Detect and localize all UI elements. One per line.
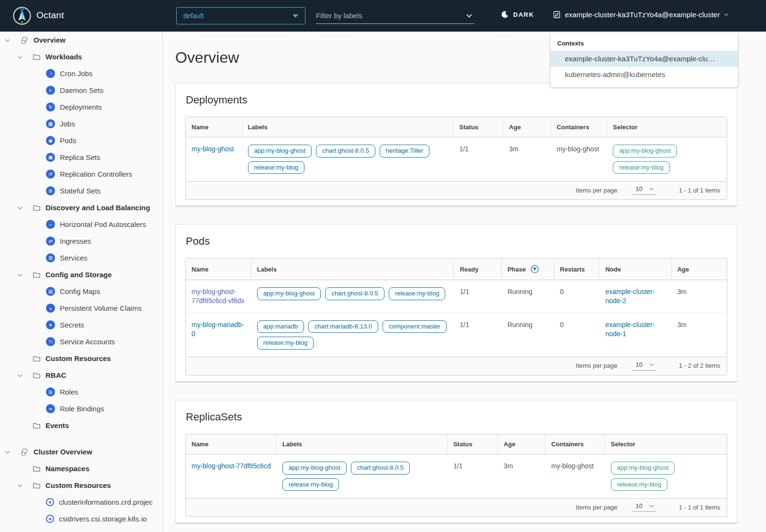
sidebar-item-label: Replica Sets: [60, 153, 100, 161]
namespace-select[interactable]: default: [176, 7, 305, 24]
column-header-label: Phase: [507, 266, 526, 273]
column-header-restarts: Restarts: [554, 259, 600, 280]
expander-chevron-icon[interactable]: [6, 451, 20, 453]
label-badge: release:my-blog: [282, 478, 339, 491]
expander-chevron-icon[interactable]: [18, 274, 33, 276]
sidebar-item-ingresses[interactable]: ⇄Ingresses: [0, 233, 162, 249]
sidebar-item-label: Secrets: [60, 321, 84, 329]
expander-chevron-icon[interactable]: [18, 207, 33, 209]
sidebar-item-label: Roles: [60, 388, 78, 396]
dark-mode-toggle[interactable]: DARK: [501, 11, 534, 19]
chevron-down-icon: [650, 362, 653, 366]
context-switcher[interactable]: example-cluster-ka3TuTzYo4a@example-clus…: [553, 11, 728, 19]
expander-chevron-icon[interactable]: [18, 56, 33, 58]
label-badge: release:my-blog: [257, 337, 314, 350]
sidebar-item-clusterinformations-crd-projec[interactable]: ∗clusterinformations.crd.projec: [0, 494, 162, 510]
table-cell: my-blog-ghost: [551, 137, 608, 181]
sidebar-item-cluster-overview[interactable]: Cluster Overview: [0, 443, 162, 460]
sidebar-item-config-maps[interactable]: ▤Config Maps: [0, 283, 162, 300]
sidebar-item-discovery-and-load-balancing[interactable]: Discovery and Load Balancing: [0, 199, 162, 216]
page-size-select[interactable]: 10: [632, 185, 656, 195]
label-badge: app:my-blog-ghost: [248, 145, 312, 158]
sidebar-item-workloads[interactable]: Workloads: [0, 48, 162, 65]
sidebar-item-role-bindings[interactable]: ∞Role Bindings: [0, 400, 162, 417]
objects-icon: [20, 448, 29, 456]
sidebar-item-label: Events: [45, 421, 69, 430]
k8s-resource-icon: ◎: [46, 387, 55, 396]
chevron-down-icon[interactable]: [466, 12, 472, 17]
sidebar-item-pods[interactable]: ◉Pods: [0, 132, 162, 149]
sidebar-item-custom-resources[interactable]: Custom Resources: [0, 477, 162, 494]
column-header-label: Status: [453, 441, 473, 448]
sidebar-item-custom-resources[interactable]: Custom Resources: [0, 350, 162, 367]
sidebar-item-deployments[interactable]: ↻Deployments: [0, 99, 162, 115]
sidebar-item-label: Config Maps: [60, 287, 100, 295]
resource-link[interactable]: example-cluster-node-2: [605, 288, 654, 305]
sidebar-item-events[interactable]: Events: [0, 417, 162, 434]
table-row: my-blog-mariadb-0app:mariadbchart:mariad…: [186, 313, 727, 357]
context-menu-item[interactable]: kubernetes-admin@kubernetes: [551, 67, 738, 82]
sidebar-item-label: clusterinformations.crd.projec: [59, 498, 153, 506]
sidebar-item-service-accounts[interactable]: ☉Service Accounts: [0, 333, 162, 350]
datagrid-footer: Items per page101 - 1 of 1 items: [185, 181, 727, 200]
column-header-label: Ready: [460, 266, 478, 273]
sidebar-item-cron-jobs[interactable]: ◔Cron Jobs: [0, 65, 162, 82]
sidebar-item-replica-sets[interactable]: ▣Replica Sets: [0, 149, 162, 166]
cell-text: 3m: [677, 321, 687, 328]
sidebar-item-rbac[interactable]: RBAC: [0, 367, 162, 384]
sidebar-item-replication-controllers[interactable]: ↺Replication Controllers: [0, 166, 162, 182]
badge-group: app:my-blog-ghostchart:ghost-8.0.5herita…: [248, 145, 448, 174]
sidebar-item-horizontal-pod-autoscalers[interactable]: ⇔Horizontal Pod Autoscalers: [0, 216, 162, 233]
context-menu-item[interactable]: example-cluster-ka3TuTzYo4a@example-clu…: [551, 51, 738, 67]
expander-chevron-icon[interactable]: [18, 485, 33, 487]
folder-icon: [33, 481, 41, 489]
folder-icon: [33, 53, 41, 61]
sidebar-item-services[interactable]: ⊞Services: [0, 249, 162, 266]
column-header-containers: Containers: [545, 434, 605, 454]
sidebar-item-secrets[interactable]: ∗Secrets: [0, 317, 162, 333]
column-header-age: Age: [498, 434, 545, 454]
resource-link[interactable]: example-cluster-node-1: [605, 321, 654, 338]
label-filter-input[interactable]: [316, 11, 467, 20]
table-cell: app:my-blog-ghostchart:ghost-8.0.5herita…: [242, 137, 454, 181]
expander-chevron-icon[interactable]: [18, 374, 33, 376]
column-header-age: Age: [503, 117, 551, 137]
sidebar-item-roles[interactable]: ◎Roles: [0, 384, 162, 400]
sidebar-spacer: [0, 434, 162, 443]
column-header-labels: Labels: [251, 259, 454, 280]
resource-link[interactable]: my-blog-ghost: [192, 145, 234, 153]
resource-link[interactable]: my-blog-ghost-77df85c6cd-vf6dx: [192, 288, 245, 305]
sidebar-item-daemon-sets[interactable]: ◐Daemon Sets: [0, 82, 162, 99]
page-size-select[interactable]: 10: [632, 361, 656, 371]
k8s-resource-icon: ≣: [46, 186, 55, 195]
sidebar-item-stateful-sets[interactable]: ≣Stateful Sets: [0, 182, 162, 199]
chevron-down-icon: [18, 482, 23, 487]
sidebar-item-overview[interactable]: Overview: [0, 32, 162, 48]
sidebar-item-label: Pods: [60, 136, 76, 145]
k8s-resource-icon: ◔: [46, 69, 55, 78]
sidebar-item-namespaces[interactable]: Namespaces: [0, 460, 162, 477]
label-badge: release:my-blog: [611, 478, 668, 491]
table-cell: Running: [502, 313, 554, 357]
sidebar-item-jobs[interactable]: ▦Jobs: [0, 115, 162, 132]
contexts-dropdown: Contexts example-cluster-ka3TuTzYo4a@exa…: [551, 34, 738, 87]
column-header-label: Age: [509, 124, 521, 131]
column-header-selector: Selector: [607, 117, 727, 137]
expander-chevron-icon[interactable]: [6, 39, 20, 41]
objects-icon: [20, 36, 29, 45]
sidebar-item-label: Horizontal Pod Autoscalers: [60, 220, 146, 228]
chevron-down-icon: [18, 54, 23, 58]
page-size-value: 10: [636, 185, 642, 192]
cell-text: 1/1: [460, 321, 469, 328]
k8s-resource-icon: ▤: [46, 287, 55, 296]
resource-link[interactable]: my-blog-ghost-77df85c6cd: [192, 462, 271, 470]
page-size-select[interactable]: 10: [632, 502, 656, 512]
filter-funnel-icon[interactable]: [530, 265, 539, 273]
page-size-value: 10: [636, 361, 642, 368]
resource-link[interactable]: my-blog-mariadb-0: [192, 321, 244, 338]
sidebar-item-persistent-volume-claims[interactable]: ◒Persistent Volume Claims: [0, 300, 162, 317]
cell-text: Running: [507, 288, 532, 295]
sidebar-item-config-and-storage[interactable]: Config and Storage: [0, 266, 162, 283]
label-badge: app:my-blog-ghost: [613, 145, 677, 158]
sidebar-item-csidrivers-csi-storage-k8s-io[interactable]: ∗csidrivers.csi.storage.k8s.io: [0, 510, 162, 527]
